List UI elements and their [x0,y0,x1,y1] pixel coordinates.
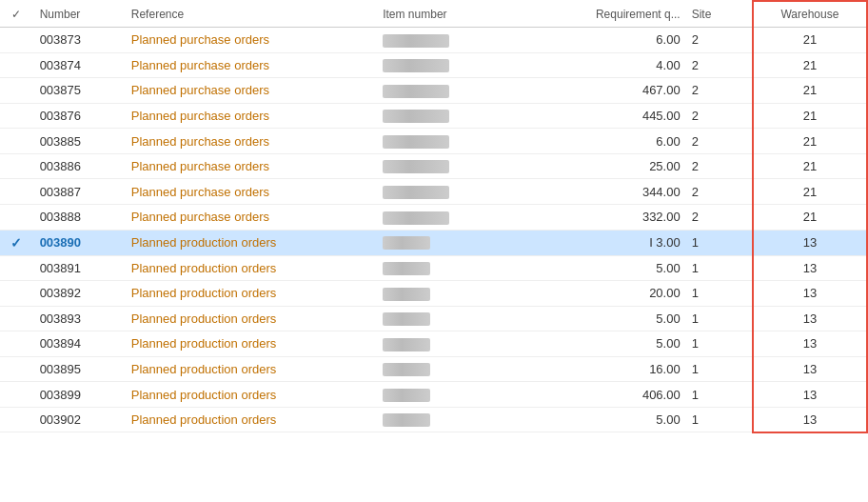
row-warehouse: 13 [753,230,867,255]
row-reference[interactable]: Planned production orders [124,356,375,382]
row-requirement-qty: 5.00 [535,407,683,432]
row-warehouse: 13 [753,255,867,281]
row-checkbox [0,153,32,179]
row-warehouse: 13 [753,356,867,382]
column-header-reference: Reference [124,1,375,28]
row-warehouse: 21 [753,28,867,53]
row-reference[interactable]: Planned production orders [124,306,375,331]
row-number: 003874 [32,52,124,78]
row-item-number [375,78,535,104]
row-site: 1 [684,356,753,382]
row-checkbox [0,204,32,230]
row-reference[interactable]: Planned purchase orders [124,179,375,205]
row-reference[interactable]: Planned production orders [124,382,375,408]
column-header-warehouse: Warehouse [753,1,867,28]
table-row[interactable]: 003874Planned purchase orders4.00221 [0,52,867,78]
table-row[interactable]: 003885Planned purchase orders6.00221 [0,129,867,154]
table-row[interactable]: 003888Planned purchase orders332.00221 [0,204,867,230]
row-site: 1 [684,255,753,281]
row-requirement-qty: 344.00 [535,179,683,205]
row-requirement-qty: 6.00 [535,129,683,154]
planned-orders-table: ✓ Number Reference Item number Requireme… [0,0,868,433]
row-reference[interactable]: Planned production orders [124,407,375,432]
table-row[interactable]: 003895Planned production orders16.00113 [0,356,867,382]
row-number: 003893 [32,306,124,331]
row-checkbox [0,407,32,432]
row-checkbox [0,28,32,53]
row-site: 2 [684,78,753,104]
row-item-number [375,103,535,129]
row-requirement-qty: 332.00 [535,204,683,230]
row-reference[interactable]: Planned purchase orders [124,28,375,53]
row-requirement-qty: 16.00 [535,356,683,382]
row-requirement-qty: I 3.00 [535,230,683,255]
row-checkbox [0,129,32,154]
row-reference[interactable]: Planned purchase orders [124,129,375,154]
column-header-site: Site [684,1,753,28]
row-warehouse: 21 [753,129,867,154]
row-reference[interactable]: Planned purchase orders [124,52,375,78]
table-row[interactable]: 003893Planned production orders5.00113 [0,306,867,331]
row-reference[interactable]: Planned purchase orders [124,153,375,179]
row-reference[interactable]: Planned production orders [124,331,375,357]
row-number: 003890 [32,230,124,255]
row-number: 003891 [32,255,124,281]
table-row[interactable]: 003887Planned purchase orders344.00221 [0,179,867,205]
row-site: 1 [684,306,753,331]
row-warehouse: 21 [753,179,867,205]
row-reference[interactable]: Planned production orders [124,255,375,281]
table-row[interactable]: 003894Planned production orders5.00113 [0,331,867,357]
row-reference[interactable]: Planned purchase orders [124,204,375,230]
row-site: 1 [684,407,753,432]
row-reference[interactable]: Planned purchase orders [124,78,375,104]
table-row[interactable]: 003886Planned purchase orders25.00221 [0,153,867,179]
table-row[interactable]: 003876Planned purchase orders445.00221 [0,103,867,129]
row-item-number [375,407,535,432]
row-item-number [375,230,535,255]
row-requirement-qty: 5.00 [535,306,683,331]
row-requirement-qty: 6.00 [535,28,683,53]
row-item-number [375,281,535,307]
row-number: 003895 [32,356,124,382]
row-reference[interactable]: Planned purchase orders [124,103,375,129]
row-item-number [375,306,535,331]
row-item-number [375,356,535,382]
row-site: 2 [684,103,753,129]
row-site: 2 [684,129,753,154]
row-number: 003888 [32,204,124,230]
row-item-number [375,331,535,357]
row-number: 003875 [32,78,124,104]
row-item-number [375,129,535,154]
checkmark-icon: ✓ [10,235,22,251]
row-checkbox [0,382,32,408]
row-site: 1 [684,382,753,408]
table-row[interactable]: 003891Planned production orders5.00113 [0,255,867,281]
table-row[interactable]: ✓003890Planned production ordersI 3.0011… [0,230,867,255]
table-row[interactable]: 003873Planned purchase orders6.00221 [0,28,867,53]
row-item-number [375,204,535,230]
row-warehouse: 21 [753,52,867,78]
row-warehouse: 13 [753,306,867,331]
row-reference[interactable]: Planned production orders [124,230,375,255]
row-warehouse: 13 [753,407,867,432]
table-row[interactable]: 003902Planned production orders5.00113 [0,407,867,432]
row-requirement-qty: 4.00 [535,52,683,78]
row-checkbox [0,356,32,382]
row-item-number [375,28,535,53]
row-site: 1 [684,230,753,255]
row-number: 003873 [32,28,124,53]
row-requirement-qty: 467.00 [535,78,683,104]
row-checkbox [0,255,32,281]
table-row[interactable]: 003875Planned purchase orders467.00221 [0,78,867,104]
row-reference[interactable]: Planned production orders [124,281,375,307]
table-row[interactable]: 003899Planned production orders406.00113 [0,382,867,408]
row-number: 003876 [32,103,124,129]
row-checkbox [0,281,32,307]
row-checkbox: ✓ [0,230,32,255]
row-checkbox [0,78,32,104]
row-item-number [375,179,535,205]
row-checkbox [0,306,32,331]
row-number: 003885 [32,129,124,154]
table-row[interactable]: 003892Planned production orders20.00113 [0,281,867,307]
text-cursor-icon: I [649,235,653,250]
